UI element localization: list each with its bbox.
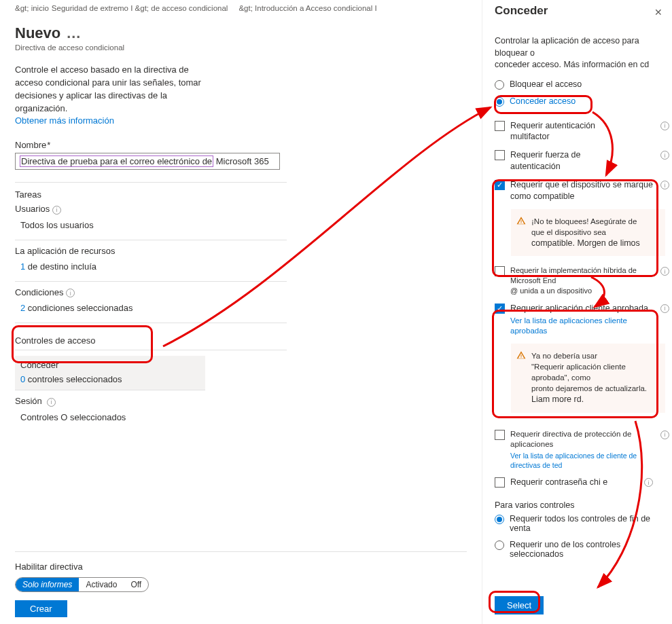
page-title: Nuevo…: [15, 24, 467, 42]
users-value[interactable]: Todos los usuarios: [15, 216, 467, 234]
breadcrumb-sec[interactable]: Seguridad de extremo I &gt; de acceso co…: [52, 4, 228, 12]
warning-icon: [516, 350, 526, 363]
more-icon[interactable]: …: [60, 24, 81, 41]
info-icon[interactable]: i: [660, 267, 669, 276]
checkbox-icon[interactable]: [495, 430, 505, 440]
info-icon[interactable]: i: [66, 289, 75, 297]
session-value[interactable]: Controles O seleccionados: [15, 408, 467, 426]
info-icon[interactable]: i: [660, 181, 669, 189]
grant-panel-intro: Controlar la aplicación de acceso para b…: [495, 35, 665, 71]
enable-policy-label: Habilitar directiva: [15, 562, 467, 572]
breadcrumb-home[interactable]: &gt; inicio: [15, 4, 49, 12]
radio-icon[interactable]: [495, 80, 504, 90]
grant-label: Conceder: [20, 360, 200, 370]
info-icon[interactable]: i: [660, 304, 669, 313]
info-icon[interactable]: i: [660, 151, 669, 160]
warning-compliant: ¡No te bloquees! Asegúrate de que el dis…: [511, 209, 665, 257]
radio-require-all[interactable]: Requerir todos los controles de fin de v…: [495, 514, 665, 533]
section-tareas: Tareas: [15, 189, 467, 200]
session-label[interactable]: Sesión i: [15, 396, 467, 407]
section-access-controls: Controles de acceso: [15, 335, 467, 346]
conditions-value[interactable]: 2 condiciones seleccionadas: [15, 299, 467, 317]
users-label[interactable]: Usuarios i: [15, 204, 467, 215]
conditions-label[interactable]: Condiciones i: [15, 287, 467, 298]
check-app-protection[interactable]: Requerir directiva de protección de apli…: [495, 429, 665, 470]
radio-require-one[interactable]: Requerir uno de los controles selecciona…: [495, 540, 665, 559]
warning-icon: [516, 216, 526, 228]
main-panel: &gt; inicio Seguridad de extremo I &gt; …: [0, 0, 482, 624]
check-hybrid-joined[interactable]: Requerir la implementación híbrida de Mi…: [495, 265, 665, 296]
radio-grant-access[interactable]: Conceder acceso: [495, 96, 665, 107]
radio-icon[interactable]: [495, 515, 504, 524]
apps-label[interactable]: La aplicación de recursos: [15, 246, 467, 256]
close-icon[interactable]: ✕: [654, 7, 662, 18]
check-password-change[interactable]: Requerir contraseña chi e i: [495, 477, 665, 488]
radio-block-access[interactable]: Bloquear el acceso: [495, 79, 665, 90]
bottom-bar: Habilitar directiva Solo informes Activa…: [15, 551, 467, 617]
learn-more-link[interactable]: Obtener más información: [15, 115, 114, 126]
info-icon[interactable]: i: [660, 430, 669, 439]
check-auth-strength[interactable]: Requerir fuerza deautenticación i: [495, 149, 665, 172]
grant-panel: ✕ Conceder Controlar la aplicación de ac…: [482, 0, 672, 624]
check-approved-client-app[interactable]: Requerir aplicación cliente aprobada Ver…: [495, 303, 665, 337]
checkbox-icon[interactable]: [495, 477, 505, 488]
info-icon[interactable]: i: [47, 398, 56, 407]
grant-panel-title: Conceder: [495, 4, 665, 18]
grant-block[interactable]: Conceder 0 controles seleccionados: [15, 356, 205, 390]
name-label: Nombre: [15, 140, 467, 150]
toggle-off[interactable]: Off: [124, 578, 148, 591]
protection-apps-link[interactable]: Ver la lista de aplicaciones de cliente …: [510, 451, 665, 470]
page-subtitle: Directiva de acceso condicional: [15, 43, 467, 52]
checkbox-icon[interactable]: [495, 266, 505, 276]
checkbox-icon[interactable]: [495, 180, 505, 190]
check-compliant-device[interactable]: Requerir que el dispositivo se marquecom…: [495, 179, 665, 202]
radio-icon[interactable]: [495, 540, 504, 550]
checkbox-icon[interactable]: [495, 121, 505, 131]
toggle-report-only[interactable]: Solo informes: [16, 578, 79, 591]
checkbox-icon[interactable]: [495, 304, 505, 314]
checkbox-icon[interactable]: [495, 150, 505, 160]
create-button[interactable]: Crear: [15, 600, 67, 617]
breadcrumb-intro[interactable]: &gt; Introducción a Acceso condicional I: [230, 4, 376, 12]
intro-text: Controle el acceso basado en la directiv…: [15, 64, 205, 128]
enable-toggle[interactable]: Solo informes Activado Off: [15, 577, 149, 592]
approved-apps-link[interactable]: Ver la lista de aplicaciones cliente apr…: [510, 316, 665, 337]
check-mfa[interactable]: Requerir autenticaciónmultifactor i: [495, 120, 665, 143]
breadcrumb: &gt; inicio Seguridad de extremo I &gt; …: [15, 4, 467, 12]
select-button[interactable]: Select: [495, 596, 544, 614]
warning-approved-app: Ya no debería usar "Requerir aplicación …: [511, 344, 665, 413]
info-icon[interactable]: i: [52, 206, 61, 215]
info-icon[interactable]: i: [660, 122, 669, 130]
radio-icon[interactable]: [495, 97, 504, 107]
policy-name-input[interactable]: Directiva de prueba para el correo elect…: [15, 153, 280, 170]
toggle-on[interactable]: Activado: [79, 578, 124, 591]
multi-controls-label: Para varios controles: [495, 500, 665, 510]
apps-value[interactable]: 1 de destino incluía: [15, 257, 467, 276]
